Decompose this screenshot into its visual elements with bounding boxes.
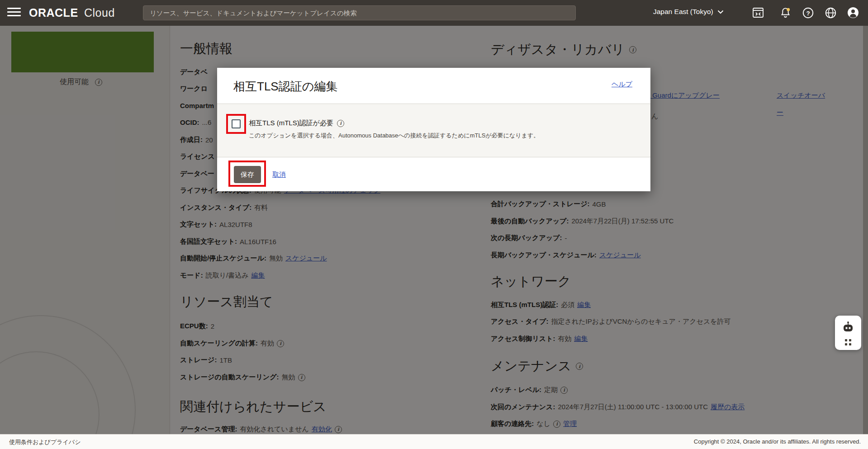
page-footer: 使用条件およびプライバシ Copyright © 2024, Oracle an… bbox=[0, 434, 868, 449]
region-selector[interactable]: Japan East (Tokyo) bbox=[653, 8, 724, 16]
chevron-down-icon bbox=[717, 8, 724, 16]
info-icon[interactable]: i bbox=[337, 120, 344, 127]
cloud-shell-icon[interactable] bbox=[752, 6, 764, 19]
globe-icon[interactable] bbox=[824, 6, 837, 19]
dialog-footer: 保存 取消 bbox=[217, 157, 650, 191]
hamburger-menu-icon[interactable] bbox=[7, 8, 21, 18]
assistant-widget[interactable] bbox=[835, 316, 861, 350]
notifications-bell-icon[interactable] bbox=[779, 6, 792, 19]
svg-text:?: ? bbox=[806, 9, 810, 16]
terms-privacy-link[interactable]: 使用条件およびプライバシ bbox=[9, 438, 81, 446]
robot-icon bbox=[841, 321, 855, 336]
brand-oracle: ORACLE bbox=[29, 6, 78, 19]
brand-cloud: Cloud bbox=[84, 6, 115, 19]
help-link[interactable]: ヘルプ bbox=[612, 80, 632, 89]
save-button[interactable]: 保存 bbox=[234, 166, 261, 183]
mtls-required-checkbox[interactable] bbox=[232, 119, 241, 128]
mtls-checkbox-description: このオプションを選択する場合、Autonomous Databaseへの接続を認… bbox=[249, 132, 539, 140]
region-label: Japan East (Tokyo) bbox=[653, 8, 713, 16]
avatar-icon[interactable] bbox=[847, 6, 859, 19]
dialog-body: 相互TLS (mTLS)認証が必要 i このオプションを選択する場合、Auton… bbox=[217, 104, 650, 157]
copyright-text: Copyright © 2024, Oracle and/or its affi… bbox=[694, 438, 861, 445]
grid-dots-icon bbox=[845, 339, 851, 345]
cancel-link[interactable]: 取消 bbox=[272, 170, 286, 179]
help-icon[interactable]: ? bbox=[802, 6, 814, 19]
top-navigation-bar: ORACLE Cloud Japan East (Tokyo) bbox=[0, 0, 868, 26]
oci-console-screen: 使用可能 i 一般情報 データベ ワークロ Compartm OCID: ...… bbox=[0, 0, 868, 449]
dialog-title: 相互TLS認証の編集 bbox=[233, 79, 337, 95]
mtls-checkbox-label-row: 相互TLS (mTLS)認証が必要 i bbox=[249, 119, 344, 128]
mtls-checkbox-label[interactable]: 相互TLS (mTLS)認証が必要 bbox=[249, 119, 333, 128]
global-search-input[interactable] bbox=[143, 5, 576, 20]
oracle-cloud-logo[interactable]: ORACLE Cloud bbox=[29, 6, 115, 19]
edit-mtls-dialog: 相互TLS認証の編集 ヘルプ 相互TLS (mTLS)認証が必要 i このオプシ… bbox=[217, 68, 650, 191]
